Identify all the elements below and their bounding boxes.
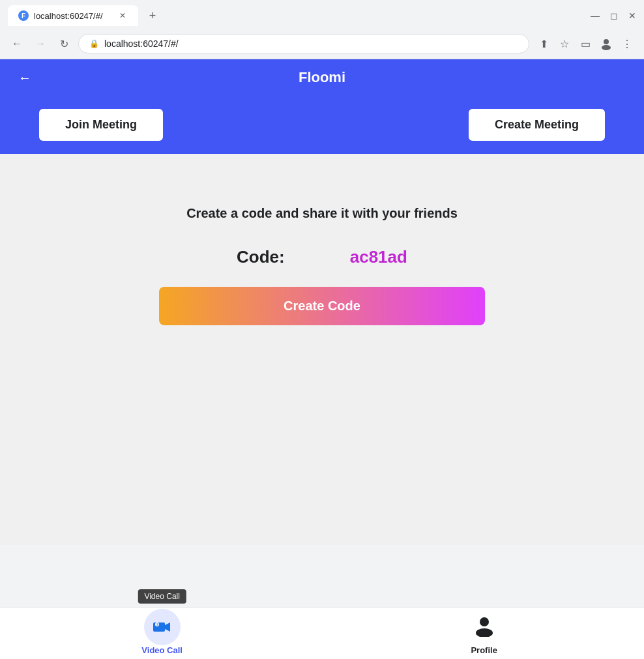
address-bar-row: ← → ↻ 🔒 localhost:60247/#/ ⬆ ☆ ▭ ⋮: [0, 31, 644, 59]
tab-close-button[interactable]: ✕: [117, 10, 128, 21]
forward-nav-button[interactable]: →: [31, 35, 50, 53]
side-panel-icon[interactable]: ▭: [576, 35, 594, 53]
video-camera-icon: +: [153, 621, 171, 634]
minimize-icon[interactable]: —: [591, 10, 600, 21]
url-text: localhost:60247/#/: [104, 38, 518, 49]
browser-tab[interactable]: F localhost:60247/#/ ✕: [8, 5, 138, 26]
browser-title-bar: F localhost:60247/#/ ✕ + — ◻ ✕: [0, 0, 644, 31]
subtitle-text: Create a code and share it with your fri…: [186, 206, 458, 221]
app-header: ← Floomi: [0, 59, 644, 96]
svg-point-0: [604, 39, 609, 44]
profile-nav-item: Profile: [466, 609, 503, 655]
video-call-tooltip: Video Call: [138, 589, 186, 604]
refresh-button[interactable]: ↻: [55, 35, 73, 53]
code-row: Code: ac81ad: [237, 247, 407, 267]
bottom-nav: Video Call + Video Call P: [0, 607, 644, 659]
lock-icon: 🔒: [89, 39, 99, 48]
svg-point-6: [480, 617, 489, 626]
header-buttons-row: Join Meeting Create Meeting: [0, 96, 644, 154]
svg-point-7: [476, 628, 493, 637]
address-bar[interactable]: 🔒 localhost:60247/#/: [78, 34, 529, 53]
svg-text:+: +: [155, 622, 158, 628]
video-call-icon-wrapper[interactable]: +: [144, 609, 181, 645]
profile-icon: [473, 613, 496, 641]
account-icon[interactable]: [597, 35, 615, 53]
bookmark-icon[interactable]: ☆: [555, 35, 574, 53]
code-value: ac81ad: [350, 247, 407, 267]
back-nav-button[interactable]: ←: [8, 35, 26, 53]
video-call-nav-item: Video Call + Video Call: [141, 609, 183, 655]
back-button[interactable]: ←: [13, 66, 37, 89]
code-label: Code:: [237, 247, 285, 267]
profile-icon-wrapper[interactable]: [466, 609, 503, 645]
window-controls: — ◻ ✕: [591, 10, 636, 21]
create-code-button[interactable]: Create Code: [159, 287, 485, 325]
main-content: Create a code and share it with your fri…: [0, 154, 644, 545]
profile-label: Profile: [471, 645, 497, 655]
video-call-label: Video Call: [141, 645, 183, 655]
new-tab-button[interactable]: +: [143, 7, 162, 25]
maximize-icon[interactable]: ◻: [610, 10, 618, 21]
tab-favicon: F: [18, 10, 29, 21]
app-title: Floomi: [299, 69, 345, 86]
share-icon[interactable]: ⬆: [534, 35, 553, 53]
create-meeting-button[interactable]: Create Meeting: [469, 109, 605, 141]
tab-title: localhost:60247/#/: [34, 11, 112, 21]
svg-point-1: [602, 45, 611, 50]
join-meeting-button[interactable]: Join Meeting: [39, 109, 163, 141]
menu-icon[interactable]: ⋮: [618, 35, 636, 53]
close-icon[interactable]: ✕: [628, 10, 636, 21]
browser-chrome: F localhost:60247/#/ ✕ + — ◻ ✕ ← → ↻ 🔒 l…: [0, 0, 644, 59]
address-bar-actions: ⬆ ☆ ▭ ⋮: [534, 35, 636, 53]
